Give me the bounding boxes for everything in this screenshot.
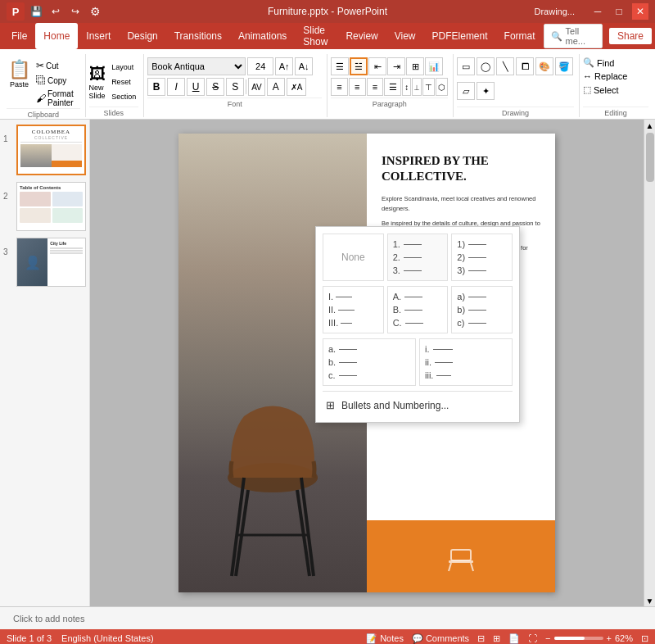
view-reading-btn[interactable]: 📄 bbox=[508, 633, 520, 644]
clear-format-btn[interactable]: ✗A bbox=[287, 78, 307, 96]
decrease-font-btn[interactable]: A↓ bbox=[295, 57, 313, 75]
menu-review[interactable]: Review bbox=[337, 23, 386, 49]
scroll-down-arrow[interactable]: ▼ bbox=[644, 595, 656, 606]
click-to-add-notes[interactable]: Click to add notes bbox=[13, 614, 84, 624]
increase-font-btn[interactable]: A↑ bbox=[275, 57, 293, 75]
font-name-select[interactable]: Book Antiqua bbox=[147, 57, 246, 75]
fit-window-btn[interactable]: ⊡ bbox=[641, 633, 648, 644]
char-spacing-btn[interactable]: AV bbox=[248, 78, 265, 96]
view-fullscreen-btn[interactable]: ⛶ bbox=[528, 633, 537, 643]
numbering-btn[interactable]: ☱ bbox=[350, 57, 368, 75]
tell-me-placeholder: Tell me... bbox=[566, 26, 595, 46]
italic-btn[interactable]: I bbox=[167, 78, 185, 96]
align-center-btn[interactable]: ≡ bbox=[349, 78, 366, 96]
quick-access-more[interactable]: ⚙ bbox=[87, 3, 103, 20]
bold-btn[interactable]: B bbox=[147, 78, 165, 96]
list-type-roman-upper[interactable]: I. II. III. bbox=[323, 286, 384, 333]
shadow-btn[interactable]: S bbox=[226, 78, 244, 96]
decrease-indent-btn[interactable]: ⇤ bbox=[368, 57, 386, 75]
menu-view[interactable]: View bbox=[386, 23, 424, 49]
convert-to-smartart-btn[interactable]: ⬡ bbox=[436, 78, 448, 96]
menu-insert[interactable]: Insert bbox=[78, 23, 119, 49]
layout-btn[interactable]: Layout bbox=[109, 62, 138, 72]
quick-access-undo[interactable]: ↩ bbox=[47, 3, 64, 20]
font-size-input[interactable] bbox=[247, 57, 273, 75]
scroll-up-arrow[interactable]: ▲ bbox=[644, 120, 656, 131]
list-type-paren-num[interactable]: 1) 2) 3) bbox=[451, 234, 513, 281]
copy-btn[interactable]: ⿻ Copy bbox=[34, 74, 80, 87]
copy-icon: ⿻ bbox=[36, 75, 46, 86]
cut-btn[interactable]: ✂ Cut bbox=[34, 59, 80, 72]
menu-pdfelement[interactable]: PDFElement bbox=[424, 23, 496, 49]
maximize-btn[interactable]: □ bbox=[611, 3, 627, 20]
slide-1-container: 1 COLOMBEA COLLECTIVE bbox=[3, 125, 86, 175]
effects-btn[interactable]: ✦ bbox=[477, 82, 495, 100]
shape2-btn[interactable]: ◯ bbox=[477, 57, 495, 75]
smart-art-btn[interactable]: 📊 bbox=[425, 57, 443, 75]
quick-styles-btn[interactable]: 🎨 bbox=[535, 57, 553, 75]
zoom-out-btn[interactable]: − bbox=[545, 633, 550, 643]
notes-tab-btn[interactable]: 📝 Notes bbox=[366, 633, 404, 644]
new-slide-btn[interactable]: 🖼 New Slide bbox=[89, 65, 106, 100]
align-text-btn[interactable]: ⊤ bbox=[422, 78, 435, 96]
list-type-alpha-lower-paren[interactable]: a) b) c) bbox=[451, 286, 513, 333]
format-painter-btn[interactable]: 🖌 Format Painter bbox=[34, 88, 80, 108]
columns-btn[interactable]: ⊞ bbox=[406, 57, 424, 75]
font-color-btn[interactable]: A bbox=[267, 78, 285, 96]
zoom-slider[interactable] bbox=[554, 637, 603, 640]
menu-slideshow[interactable]: Slide Show bbox=[295, 23, 337, 49]
bullets-btn[interactable]: ☰ bbox=[331, 57, 349, 75]
title-bar: P 💾 ↩ ↪ ⚙ Furniture.pptx - PowerPoint Dr… bbox=[0, 0, 655, 23]
menu-home[interactable]: Home bbox=[35, 23, 78, 49]
outline-btn[interactable]: ▱ bbox=[457, 82, 475, 100]
comments-tab-btn[interactable]: 💬 Comments bbox=[412, 633, 469, 644]
notes-tab-label: Notes bbox=[380, 633, 404, 643]
slide-3-thumb[interactable]: 👤 City Life bbox=[16, 238, 86, 287]
share-btn[interactable]: Share bbox=[609, 28, 652, 44]
text-direction-btn[interactable]: ⟂ bbox=[412, 78, 422, 96]
slide-1-thumb[interactable]: COLOMBEA COLLECTIVE bbox=[16, 125, 86, 175]
replace-btn[interactable]: ↔ Replace bbox=[583, 71, 648, 81]
fill-btn[interactable]: 🪣 bbox=[555, 57, 573, 75]
shape1-btn[interactable]: ▭ bbox=[457, 57, 475, 75]
bullets-and-numbering-btn[interactable]: ⊞ Bullets and Numbering... bbox=[323, 395, 513, 415]
list-type-roman-lower[interactable]: i. ii. iii. bbox=[419, 338, 513, 386]
shape3-btn[interactable]: ╲ bbox=[496, 57, 514, 75]
slide-2-thumb[interactable]: Table of Contents bbox=[16, 182, 86, 231]
quick-access-redo[interactable]: ↪ bbox=[67, 3, 84, 20]
align-right-btn[interactable]: ≡ bbox=[367, 78, 384, 96]
zoom-slider-fill bbox=[554, 637, 585, 640]
tell-me-box[interactable]: 🔍 Tell me... bbox=[544, 24, 603, 48]
menu-design[interactable]: Design bbox=[119, 23, 165, 49]
find-icon: 🔍 bbox=[583, 57, 594, 68]
line-spacing-btn[interactable]: ↕ bbox=[402, 78, 411, 96]
justify-btn[interactable]: ☰ bbox=[384, 78, 401, 96]
find-btn[interactable]: 🔍 Find bbox=[583, 57, 648, 68]
quick-access-save[interactable]: 💾 bbox=[28, 3, 44, 20]
list-type-alpha-lower[interactable]: a. b. c. bbox=[323, 338, 416, 386]
arrange-btn[interactable]: ⧠ bbox=[516, 57, 534, 75]
list-type-numbered[interactable]: 1. 2. 3. bbox=[387, 234, 449, 281]
reset-btn[interactable]: Reset bbox=[109, 77, 138, 87]
close-btn[interactable]: ✕ bbox=[632, 3, 648, 20]
format-painter-icon: 🖌 bbox=[36, 93, 46, 104]
select-btn[interactable]: ⬚ Select bbox=[583, 84, 648, 95]
align-left-btn[interactable]: ≡ bbox=[331, 78, 348, 96]
paste-btn[interactable]: 📋 Paste bbox=[7, 57, 32, 90]
zoom-in-btn[interactable]: + bbox=[607, 633, 612, 643]
list-type-none[interactable]: None bbox=[323, 234, 384, 281]
menu-format[interactable]: Format bbox=[496, 23, 544, 49]
minimize-btn[interactable]: ─ bbox=[590, 3, 606, 20]
list-type-alpha-upper[interactable]: A. B. C. bbox=[387, 286, 449, 333]
underline-btn[interactable]: U bbox=[187, 78, 205, 96]
scrollbar-right[interactable]: ▲ ▼ bbox=[644, 120, 655, 606]
increase-indent-btn[interactable]: ⇥ bbox=[387, 57, 405, 75]
view-normal-btn[interactable]: ⊟ bbox=[477, 633, 485, 644]
strikethrough-btn[interactable]: S bbox=[206, 78, 224, 96]
menu-file[interactable]: File bbox=[3, 23, 35, 49]
menu-transitions[interactable]: Transitions bbox=[166, 23, 230, 49]
menu-animations[interactable]: Animations bbox=[230, 23, 295, 49]
view-slide-sorter-btn[interactable]: ⊞ bbox=[493, 633, 500, 644]
scroll-thumb[interactable] bbox=[646, 133, 654, 182]
section-btn[interactable]: Section bbox=[109, 92, 138, 102]
